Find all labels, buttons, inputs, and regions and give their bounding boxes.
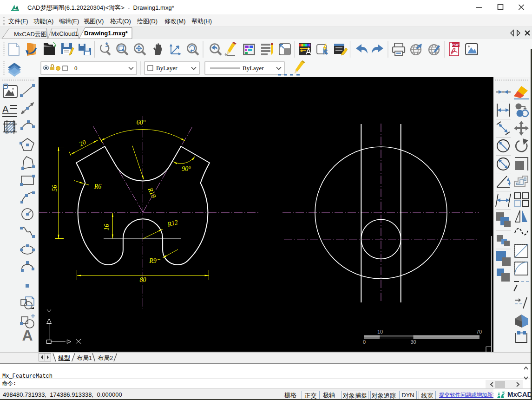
svg-text:ByLayer: ByLayer <box>156 65 177 72</box>
svg-text:70: 70 <box>476 329 482 334</box>
svg-text:60°: 60° <box>137 119 146 126</box>
svg-text:30: 30 <box>410 339 416 345</box>
svg-text:90°: 90° <box>182 165 191 172</box>
svg-text:0: 0 <box>363 339 366 345</box>
svg-text:A: A <box>2 104 9 114</box>
svg-text:R6: R6 <box>94 183 102 190</box>
svg-text:10: 10 <box>377 329 383 334</box>
svg-text:R9: R9 <box>149 257 157 264</box>
svg-text:ByLayer: ByLayer <box>243 65 264 72</box>
svg-text:A: A <box>22 327 33 344</box>
svg-text:0: 0 <box>74 65 78 72</box>
svg-text:PDF: PDF <box>452 43 460 47</box>
svg-text:80: 80 <box>140 276 146 283</box>
svg-text:16: 16 <box>103 224 110 230</box>
svg-text:56: 56 <box>51 185 58 191</box>
